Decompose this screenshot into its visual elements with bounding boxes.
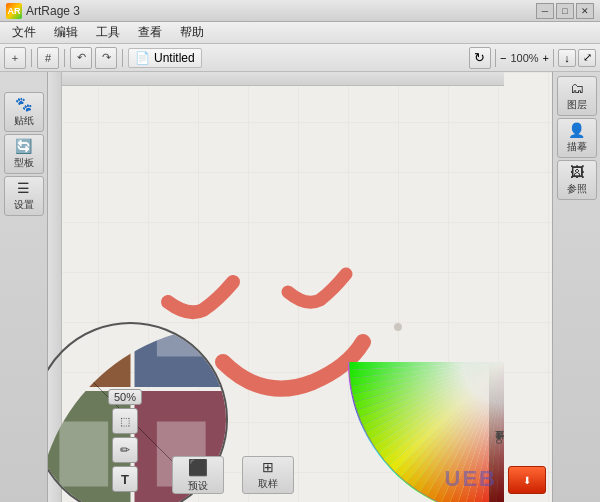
- grid-button[interactable]: #: [37, 47, 59, 69]
- zoom-dash: −: [500, 52, 506, 64]
- layers-label: 图层: [567, 98, 587, 112]
- sticker-icon: 🐾: [15, 96, 32, 112]
- bottom-buttons: ⬛ 预设 ⊞ 取样: [172, 456, 294, 494]
- title-bar: AR ArtRage 3 ─ □ ✕: [0, 0, 600, 22]
- template-button[interactable]: 🔄 型板: [4, 134, 44, 174]
- watermark: UEB: [445, 466, 497, 492]
- tool-icon-panel: 50% ⬚ ✏ T: [108, 389, 142, 492]
- layers-icon: 🗂: [570, 80, 584, 96]
- right-sidebar: 🗂 图层 👤 描摹 🖼 参照: [552, 72, 600, 502]
- fit-button[interactable]: ↓: [558, 49, 576, 67]
- preview-label: 预设: [188, 479, 208, 493]
- menu-view[interactable]: 查看: [130, 22, 170, 43]
- settings-icon: ☰: [17, 180, 30, 196]
- menu-tools[interactable]: 工具: [88, 22, 128, 43]
- toolbar: + # ↶ ↷ 📄 Untitled ↻ − 100% + ↓ ⤢: [0, 44, 600, 72]
- settings-label: 设置: [14, 198, 34, 212]
- settings-button[interactable]: ☰ 设置: [4, 176, 44, 216]
- window-controls: ─ □ ✕: [536, 3, 594, 19]
- reference-label: 参照: [567, 182, 587, 196]
- sticker-button[interactable]: 🐾 贴纸: [4, 92, 44, 132]
- toolbar-sep-4: [495, 49, 496, 67]
- app-icon: AR: [6, 3, 22, 19]
- zoom-percent-label[interactable]: 50%: [108, 389, 142, 405]
- opacity-label: 全透性 0%: [493, 431, 504, 447]
- main-area: 🐾 贴纸 🔄 型板 ☰ 设置: [0, 72, 600, 502]
- title-text: ArtRage 3: [26, 4, 536, 18]
- reference-icon: 🖼: [570, 164, 584, 180]
- close-button[interactable]: ✕: [576, 3, 594, 19]
- toolbar-sep-1: [31, 49, 32, 67]
- sample-label: 取样: [258, 477, 278, 491]
- ruler-corner: [17, 76, 31, 90]
- template-label: 型板: [14, 156, 34, 170]
- menu-edit[interactable]: 编辑: [46, 22, 86, 43]
- toolbar-sep-3: [122, 49, 123, 67]
- sticker-label: 贴纸: [14, 114, 34, 128]
- doc-title[interactable]: 📄 Untitled: [128, 48, 202, 68]
- doc-icon: 📄: [135, 51, 150, 65]
- preview-icon: ⬛: [188, 458, 208, 477]
- preview-button[interactable]: ⬛ 预设: [172, 456, 224, 494]
- tracing-icon: 👤: [568, 122, 585, 138]
- menu-bar: 文件 编辑 工具 查看 帮助: [0, 22, 600, 44]
- new-button[interactable]: +: [4, 47, 26, 69]
- horizontal-ruler: [48, 72, 504, 86]
- text-tool-button[interactable]: T: [112, 466, 138, 492]
- menu-help[interactable]: 帮助: [172, 22, 212, 43]
- layers-button[interactable]: 🗂 图层: [557, 76, 597, 116]
- zoom-control: ↻ − 100% + ↓ ⤢: [469, 47, 596, 69]
- redo-button[interactable]: ↷: [95, 47, 117, 69]
- expand-button[interactable]: ⤢: [578, 49, 596, 67]
- pencil-tool-button[interactable]: ✏: [112, 437, 138, 463]
- canvas-area[interactable]: 50% ⬚ ✏ T ⬛ 预设 ⊞ 取样 全透性 0% UEB: [48, 72, 552, 502]
- download-button[interactable]: ⬇: [508, 466, 546, 494]
- zoom-plus-label: +: [543, 52, 549, 64]
- menu-file[interactable]: 文件: [4, 22, 44, 43]
- left-sidebar: 🐾 贴纸 🔄 型板 ☰ 设置: [0, 72, 48, 502]
- doc-title-text: Untitled: [154, 51, 195, 65]
- minimize-button[interactable]: ─: [536, 3, 554, 19]
- select-tool-button[interactable]: ⬚: [112, 408, 138, 434]
- rotate-tool[interactable]: ↻: [469, 47, 491, 69]
- app-icon-text: AR: [8, 6, 21, 16]
- maximize-button[interactable]: □: [556, 3, 574, 19]
- template-icon: 🔄: [15, 138, 32, 154]
- tracing-label: 描摹: [567, 140, 587, 154]
- reference-button[interactable]: 🖼 参照: [557, 160, 597, 200]
- zoom-value: 100%: [508, 52, 540, 64]
- tracing-button[interactable]: 👤 描摹: [557, 118, 597, 158]
- sample-icon: ⊞: [262, 459, 274, 475]
- svg-point-0: [394, 323, 402, 331]
- toolbar-sep-5: [553, 49, 554, 67]
- toolbar-sep-2: [64, 49, 65, 67]
- sample-button[interactable]: ⊞ 取样: [242, 456, 294, 494]
- undo-button[interactable]: ↶: [70, 47, 92, 69]
